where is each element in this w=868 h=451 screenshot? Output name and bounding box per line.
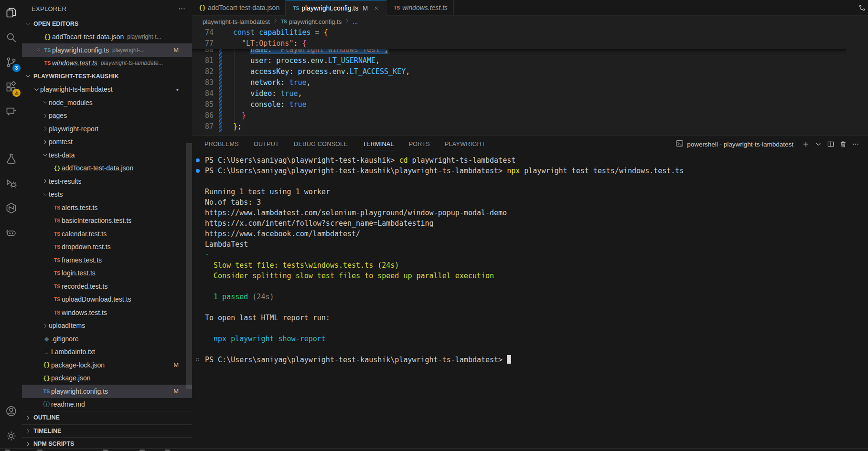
code-line-86: 86 } bbox=[192, 110, 847, 121]
tree-item-windows.test.ts[interactable]: TSwindows.test.ts bbox=[22, 306, 192, 319]
code-token: { bbox=[324, 28, 328, 37]
tree-item-alerts.test.ts[interactable]: TSalerts.test.ts bbox=[22, 201, 192, 214]
tab-windows.test.ts[interactable]: TSwindows.test.ts bbox=[386, 0, 454, 15]
tree-item-tests[interactable]: tests bbox=[22, 188, 192, 201]
tree-item-basicInteractions.test.ts[interactable]: TSbasicInteractions.test.ts bbox=[22, 214, 192, 228]
gutter bbox=[217, 27, 223, 38]
close-tab-icon[interactable] bbox=[372, 4, 380, 12]
panel-tab-playwright[interactable]: PLAYWRIGHT bbox=[445, 136, 485, 153]
activity-bar-copilot-chat[interactable] bbox=[0, 99, 22, 124]
activity-bar-settings[interactable] bbox=[0, 423, 22, 448]
new-terminal-button[interactable] bbox=[800, 138, 812, 150]
tree-item-package.json[interactable]: {}package.json bbox=[22, 372, 192, 385]
tree-item-playwright-report[interactable]: playwright-report bbox=[22, 122, 192, 136]
sidebar-scrollbar[interactable] bbox=[186, 143, 192, 389]
tree-item-pomtest[interactable]: pomtest bbox=[22, 136, 192, 149]
line-number: 85 bbox=[192, 99, 217, 110]
kill-terminal-button[interactable] bbox=[837, 138, 849, 150]
activity-bar-testing[interactable] bbox=[0, 146, 22, 171]
chevron-down-icon bbox=[24, 20, 32, 28]
breadcrumb-item[interactable]: playwright-ts-lambdatest bbox=[203, 18, 270, 25]
breadcrumb[interactable]: playwright-ts-lambdatestTSplaywright.con… bbox=[192, 16, 868, 27]
workspace-section[interactable]: PLAYWRIGHT-TEST-KAUSHIK bbox=[22, 70, 192, 83]
open-editor-playwright.config.ts[interactable]: TSplaywright.config.tsplaywright-...M bbox=[22, 43, 192, 57]
file-description: playwright-t... bbox=[127, 33, 161, 40]
activity-bar-source-control[interactable]: 3 bbox=[0, 50, 22, 74]
panel-tab-debug-console[interactable]: DEBUG CONSOLE bbox=[294, 136, 348, 153]
tree-item-Lambdainfo.txt[interactable]: ≡Lambdainfo.txt bbox=[22, 346, 192, 359]
command-success-decoration[interactable] bbox=[196, 158, 200, 162]
section-outline[interactable]: OUTLINE bbox=[22, 411, 192, 424]
tree-item-package-lock.json[interactable]: {}package-lock.jsonM bbox=[22, 358, 192, 372]
tree-item-test-data[interactable]: test-data bbox=[22, 148, 192, 162]
split-terminal-button[interactable] bbox=[825, 138, 836, 150]
code-token: { bbox=[302, 39, 307, 48]
terminal-more-actions-button[interactable] bbox=[850, 138, 861, 150]
tree-item-playwright-ts-lambdatest[interactable]: playwright-ts-lambdatest• bbox=[22, 83, 192, 96]
open-editor-addTocart-test-data.json[interactable]: {}addTocart-test-data.jsonplaywright-t..… bbox=[22, 31, 192, 44]
tab-addTocart-test-data.json[interactable]: {}addTocart-test-data.json bbox=[192, 0, 286, 15]
terminal-text: https://www.lambdatest.com/selenium-play… bbox=[205, 209, 507, 217]
typescript-test-file-icon: TS bbox=[43, 60, 52, 66]
git-modified-badge: M bbox=[173, 388, 179, 395]
tree-item-.gitignore[interactable]: ◆.gitignore bbox=[22, 332, 192, 346]
editor-actions-icon[interactable] bbox=[856, 0, 868, 16]
json-file-icon: {} bbox=[42, 375, 51, 382]
activity-bar-extension-view[interactable] bbox=[0, 196, 22, 220]
tree-item-login.test.ts[interactable]: TSlogin.test.ts bbox=[22, 267, 192, 280]
tab-playwright.config.ts[interactable]: TSplaywright.config.tsM bbox=[286, 0, 386, 16]
breadcrumb-item[interactable]: ... bbox=[353, 18, 358, 25]
activity-bar-copilot[interactable] bbox=[0, 220, 22, 245]
file-label: alerts.test.ts bbox=[62, 204, 97, 211]
activity-bar-extensions[interactable]: ⚠ bbox=[0, 74, 22, 99]
code-token: } bbox=[233, 122, 237, 131]
command-success-decoration[interactable] bbox=[196, 169, 200, 173]
launch-profile-button[interactable] bbox=[813, 138, 824, 150]
section-timeline[interactable]: TIMELINE bbox=[22, 424, 192, 438]
file-label: pages bbox=[49, 112, 67, 119]
activity-bar-explorer[interactable] bbox=[0, 0, 22, 25]
file-label: readme.md bbox=[51, 400, 85, 408]
tree-item-test-results[interactable]: test-results bbox=[22, 175, 192, 188]
panel-tab-problems[interactable]: PROBLEMS bbox=[204, 136, 239, 153]
tree-item-readme.md[interactable]: ⓘreadme.md bbox=[22, 398, 192, 411]
command-prompt-decoration[interactable] bbox=[196, 358, 199, 361]
open-editors-section[interactable]: OPEN EDITORS bbox=[22, 17, 192, 31]
explorer-more-actions-button[interactable] bbox=[176, 3, 187, 14]
tree-item-frames.test.ts[interactable]: TSframes.test.ts bbox=[22, 253, 192, 267]
tree-item-calendar.test.ts[interactable]: TScalendar.test.ts bbox=[22, 227, 192, 241]
tree-item-dropdown.test.ts[interactable]: TSdropdown.test.ts bbox=[22, 241, 192, 254]
activity-bar-search[interactable] bbox=[0, 25, 22, 50]
tree-item-recorded.test.ts[interactable]: TSrecorded.test.ts bbox=[22, 280, 192, 293]
tree-item-node_modules[interactable]: node_modules bbox=[22, 96, 192, 109]
tree-item-addTocart-test-data.json[interactable]: {}addTocart-test-data.json bbox=[22, 162, 192, 175]
code-token: , bbox=[307, 78, 311, 87]
terminal-text: LambdaTest bbox=[205, 240, 248, 249]
tree-item-uploadItems[interactable]: uploadItems bbox=[22, 319, 192, 333]
terminal-tab[interactable]: powershell - playwright-ts-lambdatest bbox=[675, 139, 793, 149]
section-label: TIMELINE bbox=[33, 428, 61, 434]
open-editor-windows.test.ts[interactable]: TSwindows.test.tsplaywright-ts-lambdate.… bbox=[22, 57, 192, 70]
terminal-line: npx playwright show-report bbox=[205, 334, 868, 344]
terminal-output[interactable]: PS C:\Users\saniyag\playwright-test-kaus… bbox=[192, 153, 868, 365]
tree-item-playwright.config.ts[interactable]: TSplaywright.config.tsM bbox=[22, 385, 192, 398]
code-editor[interactable]: 80 name: "Playwright Windows Test",81 us… bbox=[192, 27, 847, 135]
panel-tab-ports[interactable]: PORTS bbox=[409, 136, 430, 153]
typescript-test-file-icon: TS bbox=[53, 310, 62, 315]
json-file-icon: {} bbox=[42, 361, 51, 368]
terminal-text: PS C:\Users\saniyag\playwright-test-kaus… bbox=[205, 167, 507, 175]
panel-tab-output[interactable]: OUTPUT bbox=[254, 136, 279, 153]
code-token: . bbox=[307, 56, 311, 65]
close-editor-icon[interactable] bbox=[33, 47, 43, 53]
tree-item-pages[interactable]: pages bbox=[22, 109, 192, 123]
activity-bar-run-and-debug[interactable] bbox=[0, 171, 22, 196]
breadcrumb-item[interactable]: playwright.config.ts bbox=[289, 18, 342, 25]
breadcrumb-separator-icon bbox=[342, 18, 353, 25]
section-label: NPM SCRIPTS bbox=[33, 441, 74, 447]
line-number: 77 bbox=[192, 38, 217, 49]
panel-tab-terminal[interactable]: TERMINAL bbox=[363, 136, 394, 153]
activity-bar-accounts[interactable] bbox=[0, 399, 22, 423]
tree-item-uploadDownload.test.ts[interactable]: TSuploadDownload.test.ts bbox=[22, 293, 192, 306]
code-token: , bbox=[406, 67, 410, 76]
terminal-text: No.of tabs: 3 bbox=[205, 198, 261, 207]
